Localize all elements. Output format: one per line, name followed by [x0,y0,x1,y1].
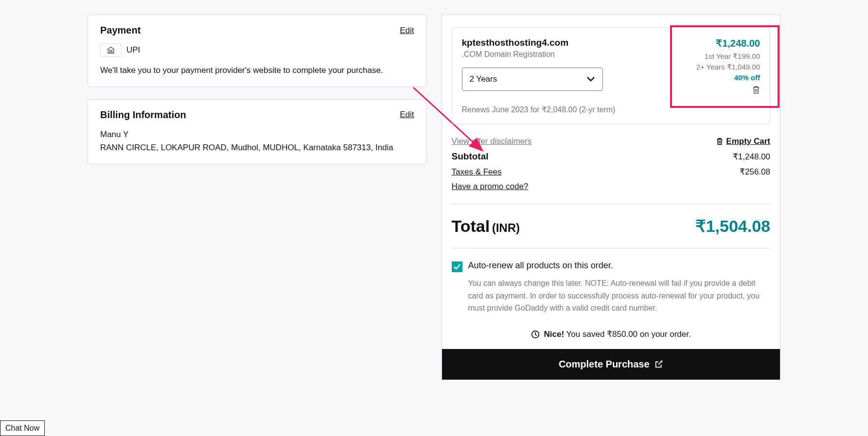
promo-code-link[interactable]: Have a promo code? [452,182,529,192]
subtotal-label: Subtotal [452,151,489,162]
view-disclaimers-link[interactable]: View offer disclaimers [452,137,532,146]
product-name: kptesthosthosting4.com [462,37,603,48]
savings-message: Nice! You saved ₹850.00 on your order. [452,329,771,339]
nice-text: You saved ₹850.00 on your order. [564,330,691,339]
nice-bold: Nice! [544,330,565,339]
payment-method-label: UPI [126,45,140,55]
total-currency: (INR) [492,221,520,234]
chevron-down-icon [586,76,595,82]
payment-description: We'll take you to your payment provider'… [100,64,414,77]
autorenew-checkbox[interactable] [452,262,462,272]
product-renews-text: Renews June 2023 for ₹2,048.00 (2-yr ter… [462,105,761,114]
payment-title: Payment [100,25,141,36]
complete-purchase-label: Complete Purchase [559,359,650,370]
autorenew-note: You can always change this later. NOTE: … [468,277,771,314]
billing-name: Manu Y [100,128,414,141]
total-value: ₹1,504.08 [695,216,770,236]
payment-card: Payment Edit UPI We'll tak [88,15,427,87]
billing-address: RANN CIRCLE, LOKAPUR ROAD, Mudhol, MUDHO… [100,141,414,154]
product-year2plus-price: 2+ Years ₹1,049.00 [696,63,760,71]
billing-card: Billing Information Edit Manu Y RANN CIR… [88,99,427,164]
divider [452,248,771,248]
autorenew-label: Auto-renew all products on this order. [468,261,613,271]
trash-icon [752,86,760,94]
term-select[interactable]: 2 Years [462,68,603,91]
product-box: kptesthosthosting4.com .COM Domain Regis… [452,27,771,124]
external-link-icon [655,360,663,368]
taxes-fees-link[interactable]: Taxes & Fees [452,167,502,177]
trash-icon [716,138,723,145]
billing-edit-link[interactable]: Edit [400,110,414,120]
product-price: ₹1,248.00 [696,37,760,49]
divider [452,204,771,204]
order-summary-card: kptesthosthosting4.com .COM Domain Regis… [442,15,781,380]
taxes-value: ₹256.08 [740,167,770,177]
remove-product-button[interactable] [752,86,760,94]
check-icon [453,263,461,270]
product-year1-price: 1st Year ₹199.00 [696,52,760,61]
billing-title: Billing Information [100,109,186,121]
product-subtitle: .COM Domain Registration [462,50,603,59]
payment-edit-link[interactable]: Edit [400,26,414,35]
clock-icon [531,330,540,339]
term-select-value: 2 Years [470,74,497,84]
complete-purchase-button[interactable]: Complete Purchase [442,349,780,380]
empty-cart-button[interactable]: Empty Cart [716,137,770,146]
product-discount: 40% off [696,73,760,82]
empty-cart-label: Empty Cart [726,137,770,146]
subtotal-value: ₹1,248.00 [733,152,770,162]
total-label: Total [452,217,490,235]
upi-icon [100,43,122,57]
